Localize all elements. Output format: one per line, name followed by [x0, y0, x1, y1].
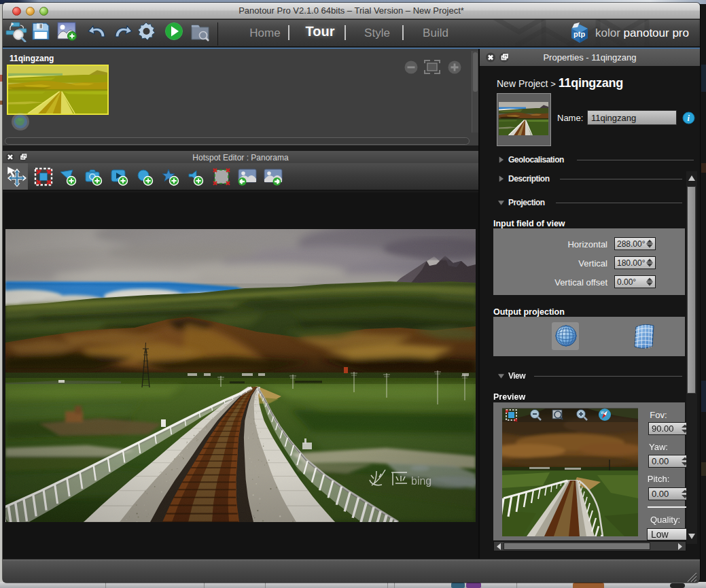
- svg-text:bing: bing: [411, 475, 431, 487]
- svg-text:ptp: ptp: [573, 30, 585, 38]
- svg-text:W: W: [601, 411, 604, 415]
